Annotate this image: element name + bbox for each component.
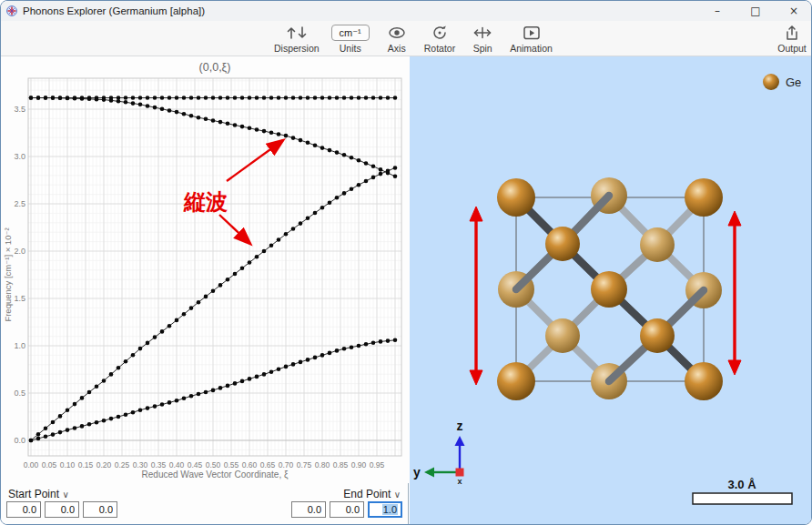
structure-scene: Ge: [410, 56, 812, 525]
spin-tool[interactable]: Spin: [467, 24, 498, 54]
svg-text:0.0: 0.0: [14, 436, 25, 445]
ge-atom: [685, 362, 723, 400]
svg-text:0.40: 0.40: [169, 460, 185, 469]
svg-text:0.05: 0.05: [42, 460, 57, 469]
end-x-input[interactable]: [291, 501, 326, 518]
scale-bar-label: 3.0 Å: [727, 478, 756, 491]
eye-icon: [387, 25, 407, 41]
svg-text:0.35: 0.35: [151, 460, 167, 469]
play-icon: [522, 25, 542, 41]
units-label: Units: [340, 43, 361, 54]
svg-text:0.00: 0.00: [24, 460, 39, 469]
x-axis-marker: [456, 469, 464, 477]
dispersion-chart: (0,0,ξ) 0.000.050.100.150.200.250.300.35…: [1, 56, 409, 483]
rotator-icon: [430, 25, 450, 41]
legend-atom-sphere: [763, 74, 779, 90]
dispersion-chart-panel: (0,0,ξ) 0.000.050.100.150.200.250.300.35…: [1, 56, 409, 483]
end-z-input[interactable]: 1.0: [368, 501, 402, 518]
ge-atom: [685, 178, 723, 217]
svg-text:2.5: 2.5: [14, 199, 25, 208]
animation-label: Animation: [510, 43, 553, 54]
chevron-down-icon: ∨: [62, 490, 68, 500]
y-axis-arrow: [424, 468, 434, 478]
scale-bar: 3.0 Å: [693, 478, 792, 504]
units-tool[interactable]: cm⁻¹ Units: [331, 24, 370, 54]
svg-text:3.0: 3.0: [14, 152, 25, 161]
svg-text:0.95: 0.95: [370, 460, 385, 469]
app-icon: [6, 5, 17, 16]
svg-text:0.85: 0.85: [333, 460, 349, 469]
axes-gizmo: z y x: [413, 419, 464, 486]
minimize-button[interactable]: –: [698, 1, 736, 21]
svg-text:0.50: 0.50: [206, 460, 221, 469]
dispersion-label: Dispersion: [274, 43, 320, 54]
window-title: Phonons Explorer (Germanium [alpha]): [23, 5, 205, 16]
ge-atom: [591, 271, 627, 308]
app-window: Phonons Explorer (Germanium [alpha]) – □…: [0, 0, 812, 525]
axis-label: Axis: [388, 43, 406, 54]
svg-text:0.20: 0.20: [96, 460, 112, 469]
ge-atom: [545, 227, 580, 261]
svg-text:2.0: 2.0: [14, 247, 25, 256]
y-axis-label: y: [413, 465, 421, 480]
start-point-inputs: [6, 501, 117, 518]
close-button[interactable]: ×: [775, 1, 812, 21]
svg-text:0.55: 0.55: [224, 460, 239, 469]
units-button[interactable]: cm⁻¹: [331, 25, 370, 41]
x-axis-label: x: [457, 477, 462, 486]
svg-text:0.15: 0.15: [78, 460, 94, 469]
toolbar: Dispersion cm⁻¹ Units Axis: [1, 21, 812, 56]
svg-text:0.65: 0.65: [260, 460, 276, 469]
svg-text:1.5: 1.5: [14, 294, 25, 303]
end-point-inputs: 1.0: [291, 501, 402, 518]
start-point-label: Start Point: [8, 488, 59, 500]
svg-text:0.5: 0.5: [14, 389, 25, 398]
maximize-button[interactable]: □: [736, 1, 775, 21]
rotator-tool[interactable]: Rotator: [424, 24, 455, 54]
svg-text:0.30: 0.30: [133, 460, 148, 469]
start-x-input[interactable]: [6, 501, 41, 518]
chart-title: (0,0,ξ): [199, 61, 231, 74]
legend: Ge: [763, 74, 801, 90]
chevron-down-icon: ∨: [394, 490, 401, 500]
path-endpoints-footer: Start Point ∨ End Point ∨ 1.0: [1, 483, 409, 525]
x-axis-title: Reduced Wave Vector Coordinate, ξ: [142, 469, 289, 480]
structure-viewer-panel[interactable]: Ge: [410, 56, 812, 525]
z-axis-label: z: [457, 419, 463, 433]
dispersion-tool[interactable]: Dispersion: [274, 24, 320, 54]
axis-tool[interactable]: Axis: [381, 24, 412, 54]
start-point-dropdown[interactable]: Start Point ∨: [8, 488, 69, 500]
window-controls: – □ ×: [698, 1, 812, 21]
title-bar: Phonons Explorer (Germanium [alpha]) – □…: [1, 1, 812, 21]
svg-text:1.0: 1.0: [14, 341, 25, 350]
ge-atom: [545, 318, 580, 353]
start-z-input[interactable]: [83, 501, 117, 518]
svg-text:0.80: 0.80: [315, 460, 330, 469]
svg-text:0.90: 0.90: [351, 460, 367, 469]
z-axis-arrow: [455, 436, 465, 446]
selected-value: 1.0: [382, 504, 398, 515]
dispersion-arrows-icon: [285, 25, 309, 41]
ge-atom: [497, 362, 535, 400]
end-point-dropdown[interactable]: End Point ∨: [343, 488, 401, 500]
annotation-text: 縦波: [183, 189, 228, 214]
ge-atom: [640, 318, 675, 353]
output-icon: [782, 25, 802, 41]
end-y-input[interactable]: [330, 501, 364, 518]
svg-text:0.25: 0.25: [115, 460, 130, 469]
toolbar-center-group: Dispersion cm⁻¹ Units Axis: [274, 24, 553, 54]
ge-atom: [497, 178, 535, 217]
start-y-input[interactable]: [45, 501, 79, 518]
rotator-label: Rotator: [424, 43, 455, 54]
output-tool[interactable]: Output: [776, 24, 807, 54]
y-axis-title: Frequency [cm⁻¹] × 10⁻²: [3, 227, 13, 321]
svg-text:0.60: 0.60: [242, 460, 258, 469]
svg-text:0.75: 0.75: [297, 460, 312, 469]
ge-atom: [640, 227, 675, 262]
output-label: Output: [777, 43, 807, 54]
svg-text:3.5: 3.5: [14, 105, 25, 114]
animation-tool[interactable]: Animation: [510, 24, 553, 54]
svg-text:0.70: 0.70: [279, 460, 294, 469]
svg-text:0.45: 0.45: [188, 460, 203, 469]
spin-icon: [472, 25, 493, 41]
